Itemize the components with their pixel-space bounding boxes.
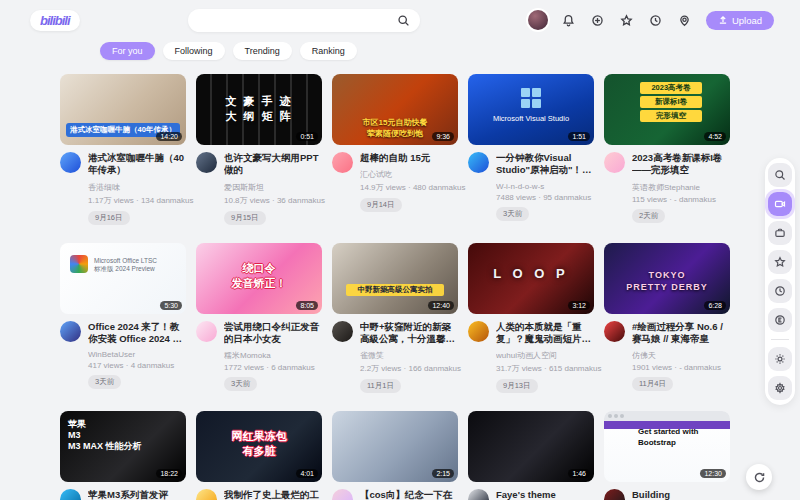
duration-badge: 14:20 (156, 132, 182, 141)
channel-avatar[interactable] (196, 321, 217, 342)
video-thumbnail[interactable]: 2:15 (332, 411, 458, 482)
video-thumbnail[interactable]: 港式冰室咖喱牛腩（40年传承） 14:20 (60, 74, 186, 145)
video-thumbnail[interactable]: Microsoft Visual Studio 1:51 (468, 74, 594, 145)
bilibili-logo[interactable]: bilibili (30, 10, 80, 31)
brightness-icon[interactable] (768, 347, 792, 371)
search-input[interactable] (196, 15, 396, 26)
duration-badge: 2:15 (432, 469, 454, 478)
video-title[interactable]: 我制作了史上最烂的工程类视频。（FL21） (224, 489, 322, 500)
star-icon[interactable] (768, 250, 792, 274)
search-icon[interactable] (396, 12, 412, 28)
video-meta: 2023高考卷新课标I卷——完形填空 英语教师Stephanie 115 vie… (604, 152, 730, 223)
thumbnail-overlay-text: L O O P (468, 265, 594, 283)
video-meta: 苹果M3系列首发评测：Max早该如此 极客湾Geekerwan 86.4万 vi… (60, 489, 186, 500)
video-title[interactable]: 2023高考卷新课标I卷——完形填空 (632, 152, 730, 177)
video-title[interactable]: 中野+荻窪附近的新築高級公寓，十分溫馨且九分乾淨 (360, 321, 458, 346)
channel-avatar[interactable] (604, 321, 625, 342)
channel-name[interactable]: 香港细味 (88, 182, 186, 193)
video-title[interactable]: 超棒的自助 15元 (360, 152, 458, 164)
video-meta: 超棒的自助 15元 汇心试吃 14.9万 views · 480 danmaku… (332, 152, 458, 212)
video-title[interactable]: 港式冰室咖喱牛腩（40年传承） (88, 152, 186, 177)
office-logo-icon (70, 255, 88, 273)
channel-name[interactable]: 雀微笑 (360, 350, 458, 361)
channel-avatar[interactable] (468, 152, 489, 173)
camera-icon[interactable] (768, 192, 792, 216)
tab-ranking[interactable]: Ranking (300, 42, 357, 60)
video-thumbnail[interactable]: TOKYO PRETTY DERBY 6:28 (604, 243, 730, 314)
video-thumbnail[interactable]: 中野新築高級公寓实拍 12:40 (332, 243, 458, 314)
video-thumbnail[interactable]: Microsoft Office LTSC 标准版 2024 Preview 5… (60, 243, 186, 314)
video-title[interactable]: Building Components (632, 489, 730, 500)
channel-name[interactable]: 爱因斯斯坦 (224, 182, 322, 193)
channel-avatar[interactable] (604, 152, 625, 173)
channel-avatar[interactable] (60, 152, 81, 173)
video-card: 2:15 【cos向】纪念一下在不列颠出镜的三次元 上智月球采集 8.2万 vi… (332, 411, 458, 500)
controller-icon[interactable] (590, 12, 606, 28)
channel-avatar[interactable] (196, 489, 217, 500)
tab-following[interactable]: Following (163, 42, 225, 60)
duration-badge: 4:01 (296, 469, 318, 478)
channel-name[interactable]: W-i-n-d-o-w-s (496, 182, 594, 191)
channel-avatar[interactable] (604, 489, 625, 500)
video-title[interactable]: #绘画过程分享 No.6 / 赛马娘 // 東海帝皇 (632, 321, 730, 346)
thumbnail-overlay-text: 苹果 M3 M3 MAX 性能分析 (68, 419, 142, 451)
channel-avatar[interactable] (60, 489, 81, 500)
video-meta: #绘画过程分享 No.6 / 赛马娘 // 東海帝皇 仿佛天 1901 view… (604, 321, 730, 392)
search-icon[interactable] (768, 163, 792, 187)
tab-trending[interactable]: Trending (233, 42, 292, 60)
channel-name[interactable]: WinBetaUser (88, 350, 186, 359)
channel-name[interactable]: wuhui动画人空间 (496, 350, 594, 361)
tab-for-you[interactable]: For you (100, 42, 155, 60)
duration-badge: 5:30 (160, 301, 182, 310)
duration-badge: 12:40 (428, 301, 454, 310)
channel-avatar[interactable] (332, 321, 353, 342)
thumbnail-overlay-text: 2023高考卷新课标I卷完形填空 (640, 80, 702, 124)
bell-icon[interactable] (561, 12, 577, 28)
briefcase-icon[interactable] (768, 221, 792, 245)
video-thumbnail[interactable]: 1:46 (468, 411, 594, 482)
video-thumbnail[interactable]: 绕口令 发音矫正！ 8:05 (196, 243, 322, 314)
video-thumbnail[interactable]: 网红果冻包 有多脏 4:01 (196, 411, 322, 482)
video-title[interactable]: 苹果M3系列首发评测：Max早该如此 (88, 489, 186, 500)
creator-e-icon[interactable] (768, 308, 792, 332)
refresh-icon (753, 471, 766, 484)
user-avatar[interactable] (528, 10, 548, 30)
channel-avatar[interactable] (468, 489, 489, 500)
video-thumbnail[interactable]: 文 豪 手 迹 大 纲 矩 阵 0:51 (196, 74, 322, 145)
video-title[interactable]: 一分钟教你Visual Studio"原神启动"！（适用於Blend） (496, 152, 594, 177)
channel-name[interactable]: 英语教师Stephanie (632, 182, 730, 193)
video-thumbnail[interactable]: 市区15元自助快餐 荤素随便吃到饱 9:36 (332, 74, 458, 145)
video-title[interactable]: Faye's theme (496, 489, 594, 500)
channel-avatar[interactable] (60, 321, 81, 342)
channel-avatar[interactable] (196, 152, 217, 173)
upload-icon (718, 15, 728, 25)
channel-name[interactable]: 汇心试吃 (360, 169, 458, 180)
video-thumbnail[interactable]: L O O P 3:12 (468, 243, 594, 314)
channel-name[interactable]: 仿佛天 (632, 350, 730, 361)
clock-icon[interactable] (768, 279, 792, 303)
video-title[interactable]: Office 2024 来了！教你安装 Office 2024 预览版! (88, 321, 186, 346)
video-title[interactable]: 【cos向】纪念一下在不列颠出镜的三次元 (360, 489, 458, 500)
search-bar[interactable] (188, 9, 420, 32)
video-meta: 中野+荻窪附近的新築高級公寓，十分溫馨且九分乾淨 雀微笑 2.2万 views … (332, 321, 458, 394)
refresh-button[interactable] (746, 464, 772, 490)
settings-gear-icon[interactable] (768, 376, 792, 400)
video-thumbnail[interactable]: 2023高考卷新课标I卷完形填空 4:52 (604, 74, 730, 145)
history-clock-icon[interactable] (648, 12, 664, 28)
video-thumbnail[interactable]: 苹果 M3 M3 MAX 性能分析 18:22 (60, 411, 186, 482)
duration-badge: 6:28 (704, 301, 726, 310)
video-card: 文 豪 手 迹 大 纲 矩 阵 0:51 也许文豪写大纲用PPT做的 爱因斯斯坦… (196, 74, 322, 225)
pin-icon[interactable] (677, 12, 693, 28)
channel-avatar[interactable] (332, 489, 353, 500)
video-title[interactable]: 也许文豪写大纲用PPT做的 (224, 152, 322, 177)
video-stats: 14.9万 views · 480 danmakus (360, 182, 458, 193)
channel-avatar[interactable] (468, 321, 489, 342)
channel-name[interactable]: 糯米Momoka (224, 350, 322, 361)
video-title[interactable]: 人类的本质就是「重复」？魔鬼动画短片《LOOP》 (496, 321, 594, 346)
bootstrap-navbar (604, 421, 730, 429)
video-thumbnail[interactable]: Get started with Bootstrap 12:30 (604, 411, 730, 482)
video-title[interactable]: 尝试用绕口令纠正发音的日本小女友 (224, 321, 322, 346)
star-icon[interactable] (619, 12, 635, 28)
upload-button[interactable]: Upload (706, 11, 774, 30)
channel-avatar[interactable] (332, 152, 353, 173)
